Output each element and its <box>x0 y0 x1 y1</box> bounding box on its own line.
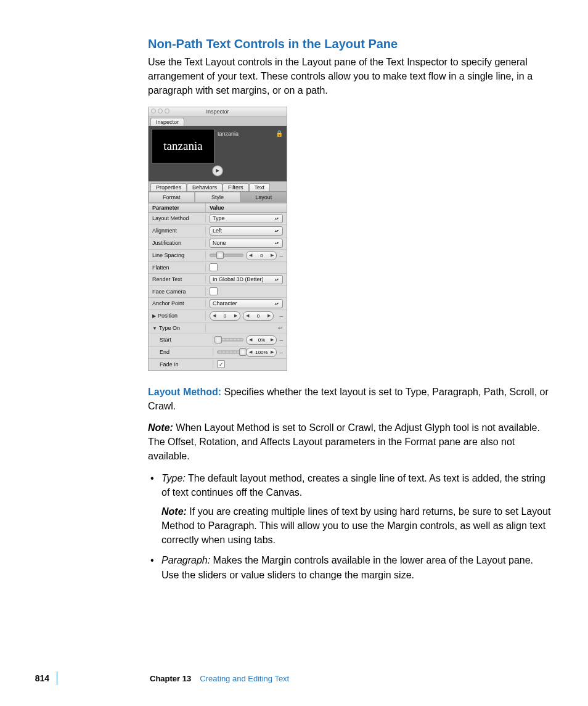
chapter-title: Creating and Editing Text <box>191 674 289 683</box>
row-fade-in: Fade In ✓ <box>149 359 287 371</box>
row-line-spacing: Line Spacing ◀0▶ – <box>149 250 287 262</box>
play-button[interactable]: ▶ <box>212 165 223 176</box>
page-number: 814 <box>0 673 57 683</box>
type-term: Type: <box>161 473 186 483</box>
subtab-row: Properties Behaviors Filters Text <box>149 181 287 191</box>
position-x-stepper[interactable]: ◀0▶ <box>210 311 240 321</box>
chevron-updown-icon: ▴▾ <box>274 229 280 232</box>
line-spacing-stepper[interactable]: ◀0▶ <box>246 251 277 260</box>
reset-arrow-icon[interactable]: ↩ <box>278 325 283 331</box>
pill-style[interactable]: Style <box>195 192 241 203</box>
start-stepper[interactable]: ◀0%▶ <box>246 335 277 345</box>
layout-method-paragraph: Layout Method: Specifies whether the tex… <box>148 385 551 413</box>
disclosure-down-icon[interactable]: ▼ <box>152 326 157 331</box>
tab-text[interactable]: Text <box>249 183 271 191</box>
header-parameter: Parameter <box>149 203 206 212</box>
layout-method-dropdown[interactable]: Type ▴▾ <box>210 214 283 223</box>
chevron-updown-icon: ▴▾ <box>274 242 280 244</box>
bullet-paragraph: Paragraph: Makes the Margin controls ava… <box>148 553 551 581</box>
tab-properties[interactable]: Properties <box>150 183 187 191</box>
pill-layout[interactable]: Layout <box>240 192 287 203</box>
reset-dash[interactable]: – <box>279 313 283 319</box>
position-y-stepper[interactable]: ◀0▶ <box>243 311 274 321</box>
inspector-panel: Inspector Inspector tanzania tanzania 🔒 … <box>148 107 287 371</box>
tab-filters[interactable]: Filters <box>223 183 249 191</box>
row-layout-method: Layout Method Type ▴▾ <box>149 213 287 225</box>
row-flatten: Flatten <box>149 262 287 274</box>
row-alignment: Alignment Left ▴▾ <box>149 225 287 237</box>
tab-behaviors[interactable]: Behaviors <box>187 183 223 191</box>
bullet-list: Type: The default layout method, creates… <box>148 471 551 582</box>
header-value: Value <box>206 203 287 212</box>
row-anchor-point: Anchor Point Character ▴▾ <box>149 298 287 310</box>
row-face-camera: Face Camera <box>149 286 287 298</box>
lock-icon[interactable]: 🔒 <box>276 129 283 137</box>
param-header: Parameter Value <box>149 203 287 213</box>
chapter-label: Chapter 13 <box>57 674 191 683</box>
line-spacing-slider[interactable] <box>210 252 243 259</box>
row-type-on: ▼Type On ↩ <box>149 322 287 334</box>
layout-method-term: Layout Method: <box>148 387 221 397</box>
note-1: Note: When Layout Method is set to Scrol… <box>148 421 551 464</box>
page-footer: 814 Chapter 13 Creating and Editing Text <box>0 671 588 685</box>
preview-object-name: tanzania <box>218 129 272 137</box>
paragraph-term: Paragraph: <box>161 555 210 565</box>
inspector-tab-row: Inspector <box>149 117 287 126</box>
chevron-updown-icon: ▴▾ <box>274 302 280 305</box>
section-heading: Non-Path Text Controls in the Layout Pan… <box>148 37 551 51</box>
flatten-checkbox[interactable] <box>210 263 218 271</box>
end-stepper[interactable]: ◀100%▶ <box>246 348 277 357</box>
end-slider[interactable] <box>217 348 243 356</box>
window-titlebar: Inspector <box>149 107 287 117</box>
note-label: Note: <box>161 506 187 517</box>
chevron-updown-icon: ▴▾ <box>274 217 280 220</box>
reset-dash[interactable]: – <box>279 252 283 259</box>
reset-dash[interactable]: – <box>279 349 283 356</box>
face-camera-checkbox[interactable] <box>210 287 218 295</box>
anchor-point-dropdown[interactable]: Character ▴▾ <box>210 299 283 308</box>
note-2: Note: If you are creating multiple lines… <box>161 504 551 548</box>
preview-area: tanzania tanzania 🔒 ▶ <box>149 126 287 181</box>
row-position: ▶Position ◀0▶ ◀0▶ – <box>149 310 287 322</box>
note-label: Note: <box>148 422 173 433</box>
row-render-text: Render Text In Global 3D (Better) ▴▾ <box>149 274 287 286</box>
alignment-dropdown[interactable]: Left ▴▾ <box>210 226 283 236</box>
chevron-updown-icon: ▴▾ <box>274 278 280 281</box>
traffic-lights[interactable] <box>151 109 169 113</box>
window-title: Inspector <box>206 109 229 115</box>
pill-format[interactable]: Format <box>149 192 195 203</box>
preview-thumbnail: tanzania <box>152 129 214 163</box>
row-end: End ◀100%▶ – <box>149 347 287 359</box>
render-text-dropdown[interactable]: In Global 3D (Better) ▴▾ <box>210 275 283 284</box>
justification-dropdown[interactable]: None ▴▾ <box>210 239 283 248</box>
intro-paragraph: Use the Text Layout controls in the Layo… <box>148 55 551 98</box>
row-justification: Justification None ▴▾ <box>149 237 287 250</box>
bullet-type: Type: The default layout method, creates… <box>148 471 551 548</box>
fade-in-checkbox[interactable]: ✓ <box>217 360 225 368</box>
row-start: Start ◀0%▶ – <box>149 334 287 347</box>
inspector-tab[interactable]: Inspector <box>150 118 184 126</box>
reset-dash[interactable]: – <box>279 337 283 343</box>
pill-tab-row: Format Style Layout <box>149 191 287 203</box>
disclosure-right-icon[interactable]: ▶ <box>152 313 156 319</box>
start-slider[interactable] <box>217 336 243 343</box>
